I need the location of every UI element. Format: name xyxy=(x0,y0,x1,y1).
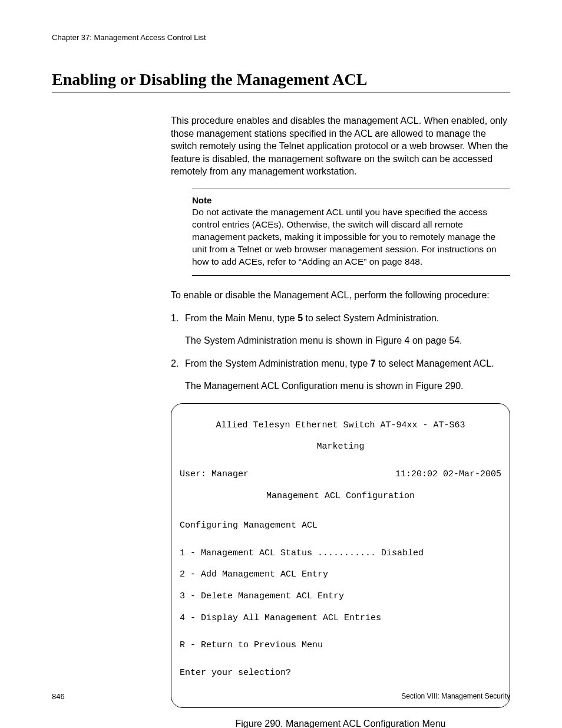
terminal-option-return: R - Return to Previous Menu xyxy=(180,640,501,651)
page-title: Enabling or Disabling the Management ACL xyxy=(52,70,510,93)
note-box: Note Do not activate the management ACL … xyxy=(192,189,510,276)
terminal-title-2: Marketing xyxy=(180,442,501,452)
step-text-pre: From the Main Menu, type xyxy=(185,313,297,323)
step-text-pre: From the System Administration menu, typ… xyxy=(185,358,371,368)
step-body: From the System Administration menu, typ… xyxy=(185,357,510,370)
note-body: Do not activate the management ACL until… xyxy=(192,206,507,268)
step-body: From the Main Menu, type 5 to select Sys… xyxy=(185,312,510,325)
terminal-option-4: 4 - Display All Management ACL Entries xyxy=(180,613,501,624)
terminal-menu-title: Management ACL Configuration xyxy=(180,491,501,502)
terminal-user: User: Manager xyxy=(180,469,249,480)
page-footer: 846 Section VIII: Management Security xyxy=(52,692,510,701)
section-label: Section VIII: Management Security xyxy=(401,692,510,701)
terminal-title-1: Allied Telesyn Ethernet Switch AT-94xx -… xyxy=(180,420,501,431)
note-label: Note xyxy=(192,195,507,205)
terminal-option-2: 2 - Add Management ACL Entry xyxy=(180,569,501,580)
step-key: 5 xyxy=(297,313,303,323)
terminal-option-1: 1 - Management ACL Status ........... Di… xyxy=(180,548,501,559)
step-text-post: to select System Administration. xyxy=(303,313,439,323)
step-number: 2. xyxy=(171,357,185,370)
step-1-follow: The System Administration menu is shown … xyxy=(185,334,510,347)
terminal-prompt: Enter your selection? xyxy=(180,668,501,678)
intro-paragraph: This procedure enables and disables the … xyxy=(171,114,510,178)
step-number: 1. xyxy=(171,312,185,325)
terminal-timestamp: 11:20:02 02-Mar-2005 xyxy=(395,469,501,480)
step-2: 2. From the System Administration menu, … xyxy=(171,357,510,370)
step-2-follow: The Management ACL Configuration menu is… xyxy=(185,380,510,393)
figure-caption: Figure 290. Management ACL Configuration… xyxy=(171,719,510,728)
step-text-post: to select Management ACL. xyxy=(376,358,494,368)
terminal-screen: Allied Telesyn Ethernet Switch AT-94xx -… xyxy=(171,403,510,708)
step-key: 7 xyxy=(371,358,376,368)
lead-paragraph: To enable or disable the Management ACL,… xyxy=(171,289,510,302)
chapter-header: Chapter 37: Management Access Control Li… xyxy=(52,33,510,42)
terminal-config-header: Configuring Management ACL xyxy=(180,521,501,531)
page-number: 846 xyxy=(52,692,65,701)
step-1: 1. From the Main Menu, type 5 to select … xyxy=(171,312,510,325)
terminal-option-3: 3 - Delete Management ACL Entry xyxy=(180,591,501,602)
